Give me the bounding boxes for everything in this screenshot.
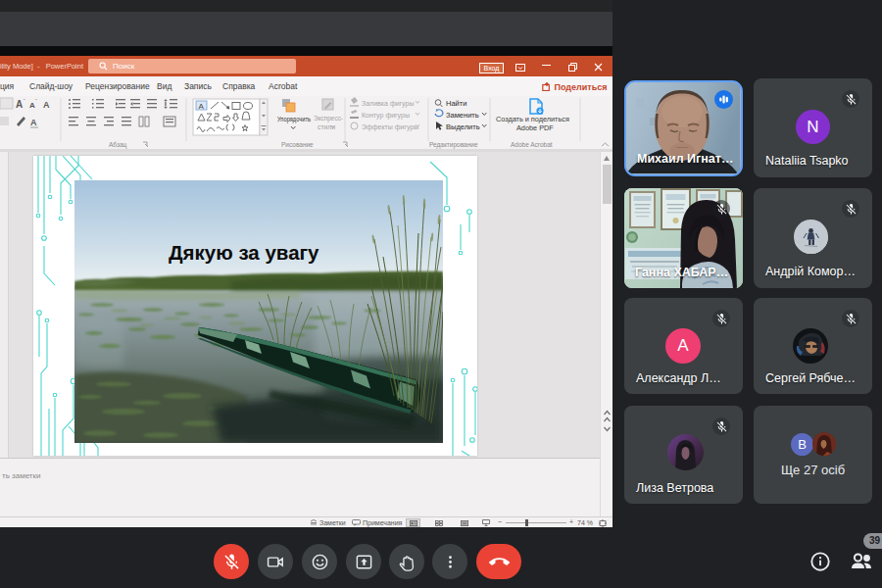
svg-text:Выделить: Выделить: [446, 122, 480, 131]
svg-text:A: A: [43, 100, 50, 110]
svg-text:Упорядочить: Упорядочить: [277, 116, 311, 123]
svg-text:Рисование: Рисование: [281, 141, 314, 148]
svg-text:ˆ: ˆ: [24, 98, 25, 104]
svg-text:Найти: Найти: [446, 99, 466, 108]
svg-text:Заливка фигуры: Заливка фигуры: [362, 100, 414, 108]
svg-text:Adobe PDF: Adobe PDF: [516, 123, 554, 132]
svg-text:Абзац: Абзац: [109, 141, 127, 149]
svg-text:Эффекты фигуры: Эффекты фигуры: [362, 123, 418, 131]
svg-text:Экспресс-: Экспресс-: [314, 115, 343, 122]
svg-text:Заменить: Заменить: [446, 111, 479, 120]
svg-text:Создать и поделиться: Создать и поделиться: [496, 115, 569, 123]
svg-text:Контур фигуры: Контур фигуры: [362, 112, 410, 120]
svg-text:Редактирование: Редактирование: [429, 141, 478, 149]
svg-text:A: A: [16, 99, 23, 110]
svg-text:Adobe Acrobat: Adobe Acrobat: [511, 141, 553, 148]
svg-text:ˇ: ˇ: [35, 98, 37, 104]
svg-text:A: A: [199, 102, 205, 111]
svg-text:A: A: [30, 118, 37, 127]
